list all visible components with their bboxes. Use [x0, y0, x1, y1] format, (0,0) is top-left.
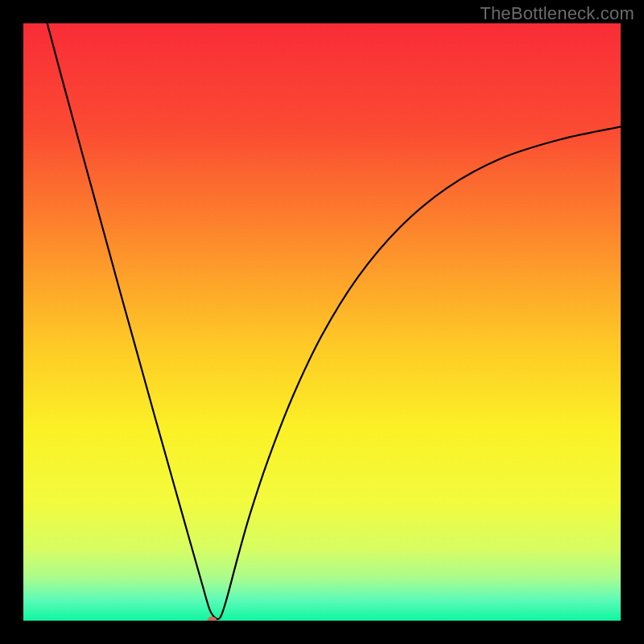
chart-plot-area — [23, 23, 621, 621]
chart-frame: TheBottleneck.com — [0, 0, 644, 644]
chart-svg — [23, 23, 621, 621]
chart-background — [23, 23, 621, 621]
watermark-text: TheBottleneck.com — [480, 3, 634, 24]
